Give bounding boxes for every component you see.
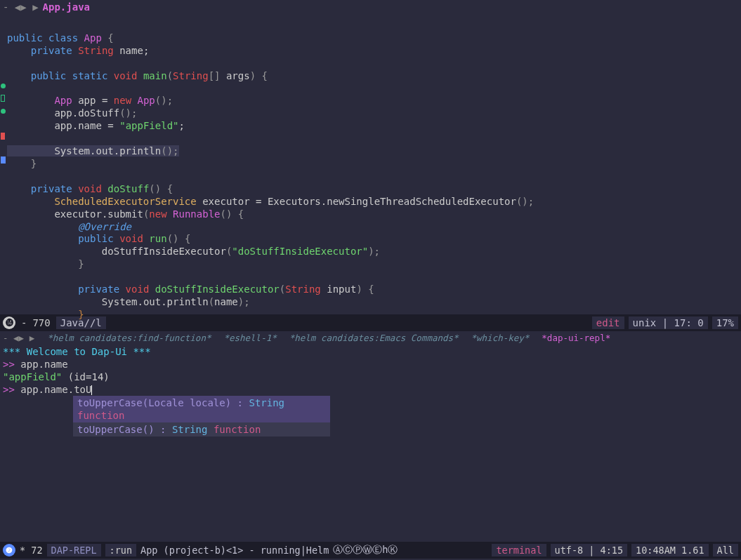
repl-fold-marks[interactable]: - ◀▶ ▶ [3, 333, 34, 343]
repl-output-id: (id=14) [68, 371, 110, 382]
debug-session-status: App (project-b)<1> - running|Helm [140, 545, 329, 556]
debug-command[interactable]: :run [105, 544, 137, 556]
completion-item[interactable]: toUpperCase(Locale locale) : String func… [73, 396, 330, 422]
tab-eshell[interactable]: *eshell-1* [223, 333, 276, 343]
text-cursor [91, 385, 92, 395]
terminal-indicator: terminal [496, 545, 542, 556]
repl-tabbar: - ◀▶ ▶ *helm candidates:find-function* *… [0, 331, 741, 344]
scroll-percent: All [713, 544, 738, 556]
editor-gutter [0, 14, 6, 314]
tab-which-key[interactable]: *which-key* [471, 333, 530, 343]
tab-helm-emacs-commands[interactable]: *helm candidates:Emacs Commands* [289, 333, 459, 343]
tab-dap-ui-repl[interactable]: *dap-ui-repl* [542, 333, 610, 343]
gutter-mark-breakpoint[interactable] [1, 133, 5, 140]
cursor-position: 4:15 [601, 545, 624, 556]
encoding-indicator: utf-8 [555, 545, 584, 556]
repl-output-string: "appField" [3, 371, 62, 382]
top-tabbar: - ◀▶ ▶ App.java [0, 0, 741, 14]
top-fold-marks[interactable]: - ◀▶ ▶ [3, 1, 39, 13]
filename-tab[interactable]: App.java [43, 1, 90, 13]
gutter-mark-green[interactable] [1, 109, 6, 114]
repl-prompt: >> [3, 359, 15, 370]
code-editor[interactable]: public class App { private String name; … [0, 14, 741, 314]
dap-repl[interactable]: *** Welcome to Dap-Ui *** >> app.name "a… [0, 344, 741, 542]
minor-modes-circles: ⒶⒸⓅⓌⒺhⓀ [333, 544, 398, 556]
gutter-mark-current[interactable] [1, 156, 6, 164]
gutter-mark-green[interactable] [1, 84, 6, 88]
repl-prompt: >> [3, 384, 15, 395]
gutter-mark-outline[interactable] [1, 95, 5, 102]
modeline-repl: ❷ * 72 DAP-REPL :run App (project-b)<1> … [0, 542, 741, 559]
code-content[interactable]: public class App { private String name; … [0, 14, 741, 321]
time-load: 10:48AM 1.61 [631, 544, 709, 556]
repl-input-current[interactable]: app.name.toU [20, 384, 91, 395]
completion-item[interactable]: toUpperCase() : String function [73, 422, 330, 436]
tab-helm-find-function[interactable]: *helm candidates:find-function* [47, 333, 211, 343]
repl-input-history: app.name [20, 359, 67, 370]
repl-welcome: *** Welcome to Dap-Ui *** [3, 345, 738, 358]
completion-popup: toUpperCase(Locale locale) : String func… [73, 396, 330, 436]
buffer-flag: * 72 [20, 545, 43, 556]
major-mode[interactable]: DAP-REPL [47, 544, 101, 556]
window-number-badge: ❷ [3, 544, 15, 556]
